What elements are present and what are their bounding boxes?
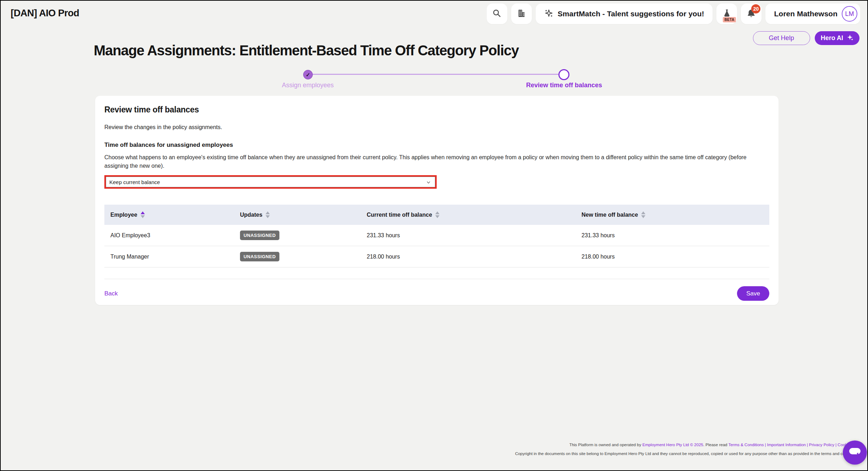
important-information-link[interactable]: Important Information [767, 443, 806, 447]
current-balance-value: 218.00 hours [361, 254, 575, 260]
chat-launcher-button[interactable] [843, 440, 867, 465]
beta-badge: BETA [723, 17, 736, 22]
step-label-review-balances: Review time off balances [526, 82, 602, 89]
step-completed-circle[interactable]: ✓ [303, 70, 313, 79]
card-heading: Review time off balances [104, 105, 769, 115]
organisation-button[interactable] [511, 4, 532, 24]
employee-name: Trung Manager [104, 254, 234, 260]
step-label-assign-employees[interactable]: Assign employees [282, 82, 334, 89]
labs-button[interactable]: BETA [716, 4, 737, 24]
check-icon: ✓ [306, 72, 310, 78]
table-row: AIO Employee3 UNASSIGNED 231.33 hours 23… [104, 225, 769, 246]
column-header-new-balance[interactable]: New time off balance [575, 211, 769, 218]
search-icon [492, 9, 502, 19]
divider [104, 279, 769, 279]
column-header-current-balance[interactable]: Current time off balance [361, 211, 575, 218]
status-badge: UNASSIGNED [240, 252, 279, 261]
status-badge: UNASSIGNED [240, 231, 279, 240]
privacy-policy-link[interactable]: Privacy Policy [809, 443, 835, 447]
profile-button[interactable]: Loren Mathewson LM [765, 4, 860, 24]
terms-link[interactable]: Terms & Conditions [728, 443, 764, 447]
balance-select-value: Keep current balance [109, 179, 160, 185]
buildings-icon [517, 9, 526, 19]
notifications-button[interactable]: 20 [741, 4, 761, 24]
review-card: Review time off balances Review the chan… [95, 96, 779, 305]
save-button[interactable]: Save [737, 286, 769, 301]
current-balance-value: 231.33 hours [361, 232, 575, 239]
page-title: Manage Assignments: Entitlement-Based Ti… [94, 43, 519, 59]
table-row: Trung Manager UNASSIGNED 218.00 hours 21… [104, 246, 769, 267]
sparkle-icon [544, 9, 553, 20]
sparkle-icon [846, 34, 853, 43]
card-subheading: Time off balances for unassigned employe… [104, 142, 769, 149]
sort-icon[interactable] [141, 211, 145, 218]
balances-table: Employee Updates Current time off balanc… [104, 205, 769, 267]
user-name: Loren Mathewson [774, 10, 837, 18]
company-link[interactable]: Employment Hero Pty Ltd © 2025 [642, 443, 703, 447]
annotation-highlight: Keep current balance [104, 175, 437, 189]
app-window: [DAN] AIO Prod [0, 0, 868, 471]
card-description: Review the changes in the policy assignm… [104, 124, 769, 131]
hero-ai-label: Hero AI [821, 34, 843, 42]
hero-ai-button[interactable]: Hero AI [815, 31, 859, 45]
legal-footer: This Platform is owned and operated by E… [515, 440, 862, 458]
table-header-row: Employee Updates Current time off balanc… [104, 205, 769, 225]
column-header-updates[interactable]: Updates [234, 211, 361, 218]
notification-count-badge: 20 [751, 4, 760, 13]
get-help-button[interactable]: Get Help [753, 31, 810, 45]
footer-line-1: This Platform is owned and operated by E… [515, 440, 862, 449]
smartmatch-label: SmartMatch - Talent suggestions for you! [558, 10, 704, 18]
employee-name: AIO Employee3 [104, 232, 234, 239]
unassigned-balance-explanation: Choose what happens to an employee's exi… [104, 153, 768, 170]
avatar: LM [842, 6, 857, 22]
app-title: [DAN] AIO Prod [11, 8, 79, 19]
top-bar-actions: SmartMatch - Talent suggestions for you!… [487, 4, 860, 24]
card-actions: Back Save [104, 286, 769, 301]
back-button[interactable]: Back [104, 290, 118, 297]
sort-icon[interactable] [266, 211, 270, 218]
top-bar: [DAN] AIO Prod [1, 1, 867, 26]
sort-icon[interactable] [435, 211, 440, 218]
footer-line-2: Copyright in the documents on this site … [515, 449, 862, 458]
sort-icon[interactable] [641, 211, 645, 218]
stepper-connector-line [312, 74, 559, 75]
help-row: Get Help Hero AI [753, 31, 859, 45]
column-header-employee[interactable]: Employee [104, 211, 234, 218]
new-balance-value: 218.00 hours [575, 254, 769, 260]
smartmatch-button[interactable]: SmartMatch - Talent suggestions for you! [536, 4, 713, 24]
new-balance-value: 231.33 hours [575, 232, 769, 239]
chat-bubble-icon [848, 446, 862, 459]
balance-action-select[interactable]: Keep current balance [106, 177, 435, 187]
search-button[interactable] [487, 4, 507, 24]
step-current-circle[interactable] [558, 69, 569, 80]
chevron-down-icon [426, 180, 431, 186]
